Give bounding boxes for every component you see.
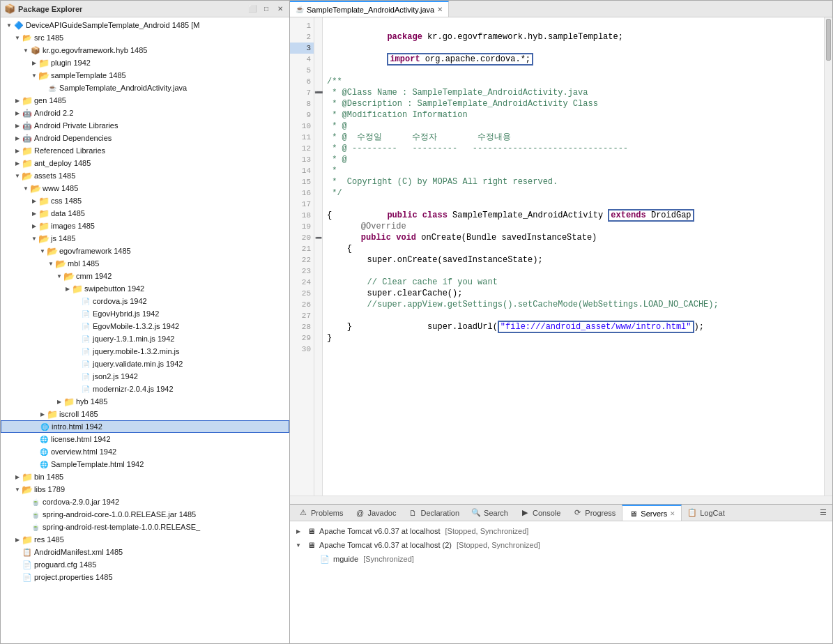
egovhybridjs-icon: 📄 — [80, 308, 91, 319]
tree-item-gen[interactable]: 📁 gen 1485 — [1, 94, 289, 107]
tab-search[interactable]: 🔍 Search — [466, 505, 514, 521]
tree-item-egovframework[interactable]: 📂 egovframework 1485 — [1, 245, 289, 257]
tree-label-androiddeps: Android Dependencies — [34, 134, 112, 142]
tree-item-images[interactable]: 📁 images 1485 — [1, 220, 289, 232]
code-vertical-scrollbar[interactable] — [824, 17, 832, 496]
tab-progress[interactable]: ⟳ Progress — [567, 505, 622, 521]
licensehtml-icon: 🌐 — [38, 434, 49, 445]
tree-item-www[interactable]: 📂 www 1485 — [1, 182, 289, 194]
tree-label-cmm: cmm 1942 — [76, 272, 112, 280]
tree-item-plugin[interactable]: 📁 plugin 1942 — [1, 56, 289, 69]
tree-item-jqueryjs[interactable]: 📄 jquery-1.9.1.min.js 1942 — [1, 332, 289, 345]
tree-item-jqueryvalidatejs[interactable]: 📄 jquery.validate.min.js 1942 — [1, 358, 289, 370]
expand-iscroll-arrow — [38, 410, 47, 418]
tree-item-jquerymobilejs[interactable]: 📄 jquery.mobile-1.3.2.min.js — [1, 345, 289, 358]
tab-logcat[interactable]: 📋 LogCat — [682, 505, 731, 521]
tree-item-src[interactable]: 📂 src 1485 — [1, 31, 289, 44]
tree-item-package[interactable]: 📦 kr.go.egovframework.hyb 1485 — [1, 44, 289, 56]
tree-item-js[interactable]: 📂 js 1485 — [1, 232, 289, 245]
tree-item-modernizrjs[interactable]: 📄 modernizr-2.0.4.js 1942 — [1, 383, 289, 395]
tree-item-java-file[interactable]: ☕ SampleTemplate_AndroidActivity.java — [1, 82, 289, 94]
modernizrjs-icon: 📄 — [80, 383, 91, 394]
server-item-2[interactable]: 🖥 Apache Tomcat v6.0.37 at localhost (2)… — [294, 538, 828, 552]
close-icon[interactable]: ✕ — [275, 3, 286, 15]
code-line-29: } — [327, 332, 820, 344]
code-horizontal-scrollbar[interactable] — [290, 496, 832, 504]
tree-item-antdeploy[interactable]: 📁 ant_deploy 1485 — [1, 157, 289, 169]
tree-item-iscroll[interactable]: 📁 iscroll 1485 — [1, 408, 289, 420]
package-icon: 📦 — [30, 45, 41, 56]
cordovajar-arrow — [22, 498, 30, 506]
server-item-1[interactable]: 🖥 Apache Tomcat v6.0.37 at localhost [St… — [294, 524, 828, 538]
javadoc-icon: @ — [355, 508, 365, 518]
introhtml-arrow — [31, 422, 39, 431]
tree-item-androiddeps[interactable]: 🤖 Android Dependencies — [1, 132, 289, 144]
expand-gen-arrow — [13, 96, 22, 105]
expand-root-arrow — [5, 21, 13, 29]
tree-item-proguard[interactable]: 📄 proguard.cfg 1485 — [1, 558, 289, 571]
tree-item-reflibs[interactable]: 📁 Referenced Libraries — [1, 144, 289, 157]
expand-mbl-arrow — [47, 259, 55, 268]
minimize-icon[interactable]: ⬜ — [247, 3, 258, 15]
tree-item-projectprops[interactable]: 📄 project.properties 1485 — [1, 571, 289, 583]
tree-label-hyb: hyb 1485 — [76, 397, 107, 406]
tree-item-egovmobilejs[interactable]: 📄 EgovMobile-1.3.2.js 1942 — [1, 320, 289, 332]
tree-item-android22[interactable]: 🤖 Android 2.2 — [1, 107, 289, 119]
tab-javadoc[interactable]: @ Javadoc — [349, 505, 402, 521]
tree-item-introhtml[interactable]: 🌐 intro.html 1942 — [1, 420, 289, 433]
tree-item-res[interactable]: 📁 res 1485 — [1, 533, 289, 546]
server-item-mguide[interactable]: 📄 mguide [Synchronized] — [294, 552, 828, 566]
tab-servers-label: Servers — [641, 509, 667, 518]
tree-item-licensehtml[interactable]: 🌐 license.html 1942 — [1, 433, 289, 445]
tree-item-json2js[interactable]: 📄 json2.js 1942 — [1, 370, 289, 383]
tree-item-cmm[interactable]: 📂 cmm 1942 — [1, 270, 289, 282]
tree-item-sampletemplate[interactable]: 📂 sampleTemplate 1485 — [1, 69, 289, 82]
tree-label-assets: assets 1485 — [34, 171, 75, 180]
tree-item-libs[interactable]: 📂 libs 1789 — [1, 483, 289, 496]
plugin-folder-icon: 📁 — [38, 57, 49, 68]
tree-item-bin[interactable]: 📁 bin 1485 — [1, 470, 289, 483]
tree-item-cordovajar[interactable]: 🍵 cordova-2.9.0.jar 1942 — [1, 496, 289, 508]
androiddeps-icon: 🤖 — [22, 132, 33, 144]
line-numbers: 1 2 3 4 5 6 7 8 9 10 11 12 13 14 15 16 1 — [290, 17, 314, 496]
tree-item-swipebutton[interactable]: 📁 swipebutton 1942 — [1, 282, 289, 295]
code-area[interactable]: 1 2 3 4 5 6 7 8 9 10 11 12 13 14 15 16 1 — [290, 17, 832, 496]
jqueryvalidatejs-arrow — [72, 360, 80, 368]
tree-label-js: js 1485 — [51, 234, 75, 243]
tree-label-sampletemplate: sampleTemplate 1485 — [51, 71, 126, 79]
tree-item-cordovajs[interactable]: 📄 cordova.js 1942 — [1, 295, 289, 307]
editor-tab-close[interactable]: ✕ — [437, 6, 443, 13]
code-content[interactable]: package kr.go.egovframework.hyb.sampleTe… — [323, 17, 824, 496]
tree-item-hyb[interactable]: 📁 hyb 1485 — [1, 395, 289, 408]
tree-item-mbl[interactable]: 📂 mbl 1485 — [1, 257, 289, 270]
code-line-14: * — [327, 165, 820, 176]
tree-label-overviewhtml: overview.html 1942 — [51, 447, 116, 456]
maximize-icon[interactable]: □ — [261, 3, 272, 15]
expand-src-arrow — [13, 33, 22, 42]
code-line-4 — [327, 54, 820, 65]
tree-item-springrestjar[interactable]: 🍵 spring-android-rest-template-1.0.0.REL… — [1, 521, 289, 533]
tree-item-androidprivate[interactable]: 🤖 Android Private Libraries — [1, 119, 289, 132]
scrollbar-thumb[interactable] — [826, 19, 831, 61]
reflibs-folder-icon: 📁 — [22, 145, 33, 156]
tree-item-css[interactable]: 📁 css 1485 — [1, 194, 289, 207]
servers-tab-close-marker: ✕ — [670, 510, 675, 517]
tab-problems[interactable]: ⚠ Problems — [293, 505, 349, 521]
tree-label-sampletemplatehtml: SampleTemplate.html 1942 — [51, 460, 144, 468]
tree-item-assets[interactable]: 📂 assets 1485 — [1, 169, 289, 182]
tree-item-data[interactable]: 📁 data 1485 — [1, 207, 289, 220]
tab-console[interactable]: ▶ Console — [514, 505, 567, 521]
mguide-icon: 📄 — [319, 553, 330, 565]
mguide-name: mguide — [333, 555, 358, 563]
tab-servers[interactable]: 🖥 Servers ✕ — [622, 505, 682, 521]
tree-item-root[interactable]: 🔷 DeviceAPIGuideSampleTemplate_Android 1… — [1, 19, 289, 31]
tab-declaration[interactable]: 🗋 Declaration — [402, 505, 466, 521]
tree-label-root: DeviceAPIGuideSampleTemplate_Android 148… — [26, 21, 199, 29]
tree-item-sampletemplatehtml[interactable]: 🌐 SampleTemplate.html 1942 — [1, 458, 289, 470]
tree-item-egovhybridjs[interactable]: 📄 EgovHybrid.js 1942 — [1, 307, 289, 320]
tree-item-overviewhtml[interactable]: 🌐 overview.html 1942 — [1, 445, 289, 458]
editor-tab-java[interactable]: ☕ SampleTemplate_AndroidActivity.java ✕ — [290, 1, 449, 17]
tree-item-androidmanifest[interactable]: 📋 AndroidManifest.xml 1485 — [1, 546, 289, 558]
tree-item-springcorejar[interactable]: 🍵 spring-android-core-1.0.0.RELEASE.jar … — [1, 508, 289, 521]
bottom-panel-close-button[interactable]: ☰ — [817, 507, 830, 519]
